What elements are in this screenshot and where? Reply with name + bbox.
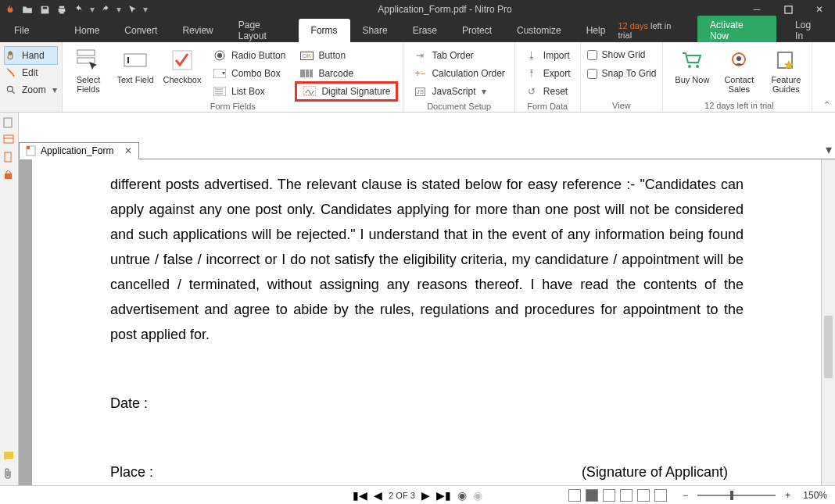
view-grid-button[interactable]: [637, 489, 650, 502]
zoom-out-button[interactable]: −: [683, 490, 688, 501]
export-button[interactable]: ⭱Export: [521, 65, 574, 82]
next-view-button[interactable]: ◉: [473, 489, 482, 502]
text-field-button[interactable]: Text Field: [116, 47, 155, 100]
tab-protect[interactable]: Protect: [450, 19, 504, 42]
buy-now-button[interactable]: Buy Now: [672, 47, 711, 94]
view-facing-continuous-button[interactable]: [620, 489, 633, 502]
zoom-tool[interactable]: Zoom▾: [5, 81, 57, 98]
prev-view-button[interactable]: ◉: [457, 489, 467, 502]
collapse-ribbon-icon[interactable]: ⌃: [823, 100, 830, 110]
calc-order-button[interactable]: +−Calculation Order: [410, 65, 507, 82]
hand-tool[interactable]: Hand: [5, 47, 57, 64]
barcode-button[interactable]: Barcode: [296, 65, 396, 82]
tab-help[interactable]: Help: [574, 19, 618, 42]
redo-dropdown-icon[interactable]: ▾: [116, 2, 122, 16]
list-box-button[interactable]: List Box: [210, 83, 288, 100]
ok-button-icon: OK: [299, 52, 314, 60]
vertical-scrollbar[interactable]: [821, 159, 835, 485]
svg-point-16: [696, 65, 699, 68]
calc-icon: +−: [413, 68, 427, 79]
tab-dropdown-icon[interactable]: ▾: [826, 142, 832, 157]
last-page-button[interactable]: ▶▮: [436, 489, 451, 502]
security-panel-icon[interactable]: [3, 169, 16, 181]
tab-order-button[interactable]: ⇥Tab Order: [410, 47, 507, 64]
file-menu[interactable]: File: [0, 19, 43, 42]
svg-point-1: [7, 86, 13, 91]
undo-dropdown-icon[interactable]: ▾: [89, 2, 95, 16]
doc-tab-strip: Application_Form ✕ ▾: [19, 113, 835, 159]
view-single-button[interactable]: [568, 489, 581, 502]
cursor-icon[interactable]: [125, 2, 139, 16]
page-viewport[interactable]: different posts advertised. The relevant…: [19, 159, 835, 485]
close-tab-icon[interactable]: ✕: [124, 145, 132, 156]
view-facing-button[interactable]: [603, 489, 615, 502]
save-icon[interactable]: [38, 2, 52, 16]
doc-paragraph: different posts advertised. The relevant…: [110, 172, 744, 347]
listbox-icon: [213, 87, 227, 96]
select-fields-button[interactable]: Select Fields: [69, 47, 108, 100]
open-icon[interactable]: [20, 2, 34, 16]
javascript-button[interactable]: JSJavaScript▾: [410, 83, 507, 100]
show-grid-checkbox[interactable]: Show Grid: [587, 47, 657, 63]
radio-button[interactable]: Radio Button: [210, 47, 288, 64]
login-button[interactable]: Log In: [787, 20, 829, 41]
workspace: Application_Form ✕ ▾ different posts adv…: [0, 113, 835, 485]
scroll-thumb[interactable]: [824, 316, 833, 378]
next-page-button[interactable]: ▶: [421, 489, 430, 502]
tab-customize[interactable]: Customize: [504, 19, 574, 42]
text-field-icon: [122, 47, 149, 73]
pdf-icon: [26, 145, 36, 156]
group-label-trial: 12 days left in trial: [672, 99, 805, 110]
redo-icon[interactable]: [99, 2, 113, 16]
view-continuous-button[interactable]: [586, 489, 598, 502]
combo-icon: [213, 69, 227, 78]
tab-erase[interactable]: Erase: [400, 19, 450, 42]
svg-point-18: [736, 56, 741, 61]
import-button[interactable]: ⭳Import: [521, 47, 574, 64]
attachments-panel-icon[interactable]: [3, 468, 16, 481]
svg-rect-14: [303, 86, 316, 95]
tab-convert[interactable]: Convert: [112, 19, 170, 42]
left-gutter: [0, 113, 19, 485]
reset-icon: ↺: [525, 86, 539, 97]
checkbox-button[interactable]: Checkbox: [163, 47, 202, 100]
quick-tools: Hand Edit Zoom▾: [0, 42, 63, 112]
tab-page-layout[interactable]: Page Layout: [226, 19, 299, 42]
contact-sales-button[interactable]: Contact Sales: [719, 47, 758, 94]
activate-button[interactable]: Activate Now: [697, 16, 776, 45]
document-tab[interactable]: Application_Form ✕: [19, 142, 139, 159]
feature-guides-button[interactable]: Feature Guides: [766, 47, 805, 94]
group-label-form-data: Form Data: [521, 100, 574, 111]
snap-to-grid-checkbox[interactable]: Snap To Grid: [587, 66, 657, 81]
comments-panel-icon[interactable]: [3, 451, 16, 463]
first-page-button[interactable]: ▮◀: [353, 489, 367, 502]
tab-review[interactable]: Review: [170, 19, 225, 42]
status-bar: ▮◀ ◀ 2 OF 3 ▶ ▶▮ ◉ ◉ − + 150%: [0, 485, 835, 504]
doc-signature-line: (Signature of Applicant): [582, 459, 744, 484]
prev-page-button[interactable]: ◀: [374, 489, 382, 502]
app-logo-icon: [3, 2, 17, 16]
tab-forms[interactable]: Forms: [299, 19, 350, 42]
print-icon[interactable]: [55, 2, 69, 16]
layers-panel-icon[interactable]: [3, 152, 16, 164]
undo-icon[interactable]: [72, 2, 86, 16]
edit-tool[interactable]: Edit: [5, 64, 57, 81]
tab-home[interactable]: Home: [62, 19, 112, 42]
import-icon: ⭳: [525, 50, 539, 61]
group-label-form-fields: Form Fields: [69, 100, 396, 111]
zoom-in-button[interactable]: +: [785, 490, 790, 501]
svg-point-15: [688, 65, 691, 68]
digital-signature-button[interactable]: Digital Signature: [296, 83, 396, 100]
zoom-slider[interactable]: [697, 495, 776, 496]
cursor-dropdown-icon[interactable]: ▾: [142, 2, 149, 16]
reset-button[interactable]: ↺Reset: [521, 83, 574, 100]
svg-rect-20: [4, 118, 12, 127]
combo-box-button[interactable]: Combo Box: [210, 65, 288, 82]
bookmarks-panel-icon[interactable]: [3, 134, 16, 147]
pages-panel-icon[interactable]: [3, 117, 16, 130]
button-field[interactable]: OKButton: [296, 47, 396, 64]
page-indicator: 2 OF 3: [389, 491, 415, 500]
view-fullscreen-button[interactable]: [654, 489, 667, 502]
tab-share[interactable]: Share: [350, 19, 400, 42]
svg-rect-23: [5, 152, 11, 162]
